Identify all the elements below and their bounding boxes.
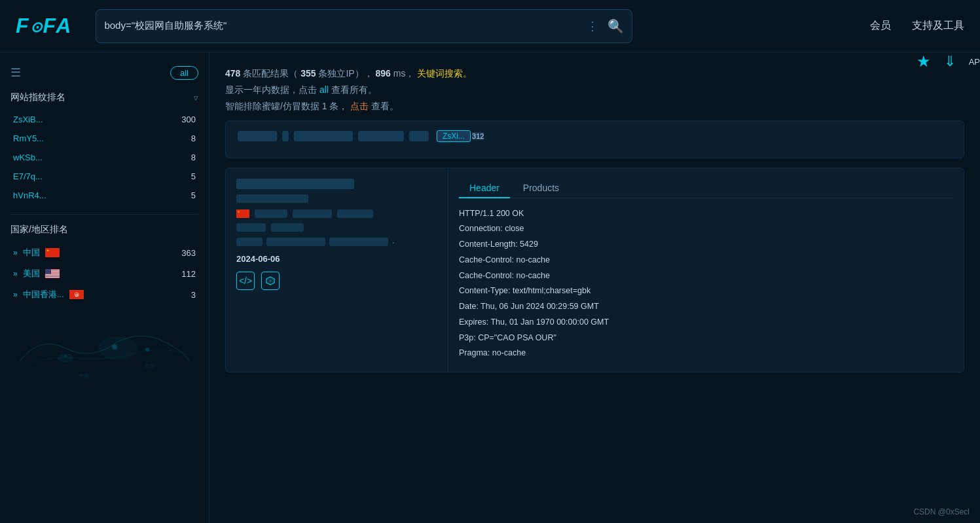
card2-line3: ·	[236, 237, 437, 247]
list-item[interactable]: RmY5... 8	[10, 129, 198, 148]
keyword-search-link[interactable]: 关键词搜索。	[417, 68, 472, 79]
member-link[interactable]: 会员	[870, 19, 891, 33]
download-icon[interactable]: ⇓	[944, 53, 956, 70]
tab-header: Header Products	[459, 179, 953, 198]
blurred-isp	[293, 209, 332, 218]
blurred-org	[337, 209, 373, 218]
list-item[interactable]: wKSb... 8	[10, 148, 198, 167]
expand-icon: »	[13, 269, 18, 278]
blurred-item1	[236, 238, 263, 246]
tab-header-btn[interactable]: Header	[459, 179, 510, 198]
card2-line2	[236, 223, 437, 232]
more-icon[interactable]: ⋮	[587, 19, 598, 33]
header-line-2: Connection: close	[459, 221, 953, 237]
header: F⊙FA ⋮ 🔍 会员 支持及工具	[0, 0, 980, 52]
dot-separator: ·	[392, 237, 395, 247]
list-item[interactable]: hVnR4... 5	[10, 186, 198, 205]
flag-hk-icon: ✿	[69, 290, 84, 299]
card2-location-row	[236, 209, 437, 218]
all-link[interactable]: all	[319, 84, 329, 95]
expand-icon: »	[13, 290, 18, 299]
svg-text:美国: 美国	[144, 363, 154, 369]
header-line-9: P3p: CP="CAO PSA OUR"	[459, 331, 953, 346]
world-map: 中国 美国	[13, 322, 196, 381]
logo: F⊙FA	[16, 14, 72, 38]
header-nav: 会员 支持及工具	[870, 19, 964, 33]
header-line-10: Pragma: no-cache	[459, 346, 953, 361]
code-view-button[interactable]: </>	[236, 272, 255, 290]
fingerprint-tag[interactable]: ZsXi...	[437, 130, 471, 142]
cube-icon	[266, 276, 275, 285]
result-date: 2024-06-06	[236, 254, 437, 264]
click-link[interactable]: 点击	[350, 101, 369, 111]
header-line-8: Expires: Thu, 01 Jan 1970 00:00:00 GMT	[459, 315, 953, 331]
blurred-sep	[282, 131, 289, 141]
header-line-6: Content-Type: text/html;charset=gbk	[459, 283, 953, 299]
card2-right: Header Products HTTP/1.1 200 OK Connecti…	[448, 168, 964, 372]
country-item-hk[interactable]: » 中国香港... ✿ 3	[10, 284, 198, 305]
country-item-usa[interactable]: » 美国 112	[10, 263, 198, 284]
api-label[interactable]: AP	[969, 57, 980, 67]
watermark: CSDN @0xSecl	[913, 507, 970, 516]
svg-rect-6	[45, 274, 60, 275]
flag-mini-cn-icon	[236, 209, 249, 218]
results-summary: 478 条匹配结果（ 355 条独立IP）， 896 ms， 关键词搜索。 显示…	[225, 65, 964, 115]
search-input[interactable]	[104, 20, 587, 31]
star-icon[interactable]: ★	[916, 52, 931, 71]
fingerprint-section-title: 网站指纹排名 ▿	[10, 92, 198, 103]
flag-cn-icon	[45, 248, 60, 257]
country-item-china[interactable]: » 中国 363	[10, 242, 198, 263]
result-card-2: · 2024-06-06 </>	[225, 168, 964, 373]
blurred-item2	[266, 238, 325, 246]
result-count: 478	[225, 68, 240, 79]
list-item[interactable]: ZsXiB... 300	[10, 110, 198, 129]
svg-point-16	[145, 348, 149, 352]
blurred-ip	[236, 194, 308, 203]
blurred-item3	[329, 238, 388, 246]
cube-view-button[interactable]	[261, 272, 280, 290]
fingerprint-filter-icon[interactable]: ▿	[194, 93, 198, 103]
map-area: 中国 美国	[10, 316, 198, 381]
header-content: HTTP/1.1 200 OK Connection: close Conten…	[459, 206, 953, 362]
card2-actions: </>	[236, 272, 437, 290]
svg-rect-20	[236, 209, 249, 218]
search-bar[interactable]: ⋮ 🔍	[96, 9, 632, 43]
blurred-extra	[409, 131, 429, 141]
result-card-1: ZsXi... 312	[225, 120, 964, 158]
tab-products-btn[interactable]: Products	[513, 179, 570, 198]
blurred-city	[255, 209, 287, 218]
list-item[interactable]: E7/7q... 5	[10, 167, 198, 186]
blurred-path	[358, 131, 404, 141]
svg-rect-8	[45, 277, 60, 278]
tag-container: ZsXi... 312	[437, 130, 484, 142]
header-line-4: Cache-Control: no-cache	[459, 253, 953, 268]
tools-link[interactable]: 支持及工具	[912, 19, 964, 33]
svg-rect-0	[45, 248, 60, 257]
card2-left: · 2024-06-06 </>	[226, 168, 448, 372]
svg-text:中国: 中国	[79, 373, 89, 379]
expand-icon: »	[13, 248, 18, 257]
svg-point-15	[112, 344, 117, 350]
fingerprint-list: ZsXiB... 300 RmY5... 8 wKSb... 8 E7/7q..…	[10, 110, 198, 205]
header-line-1: HTTP/1.1 200 OK	[459, 206, 953, 222]
time-ms: 896	[376, 68, 391, 79]
section-divider	[10, 214, 198, 215]
search-icons: ⋮ 🔍	[587, 18, 624, 34]
all-badge[interactable]: all	[170, 66, 198, 80]
svg-rect-9	[45, 269, 51, 274]
logo-text: F⊙FA	[16, 14, 72, 38]
blurred-domain	[294, 131, 353, 141]
search-icon[interactable]: 🔍	[608, 18, 624, 34]
content-area: ★ ⇓ AP 478 条匹配结果（ 355 条独立IP）， 896 ms， 关键…	[209, 52, 980, 523]
country-section-title: 国家/地区排名	[10, 224, 198, 236]
blurred-tag2	[271, 223, 304, 232]
svg-text:✿: ✿	[75, 293, 78, 297]
sidebar: ☰ all 网站指纹排名 ▿ ZsXiB... 300 RmY5... 8 wK…	[0, 52, 209, 523]
filter-lines-icon[interactable]: ☰	[10, 65, 21, 80]
result-card-top: ZsXi... 312	[238, 130, 952, 142]
blurred-tag1	[236, 223, 266, 232]
ip-count: 355	[300, 68, 316, 79]
header-line-5: Cache-Control: no-cache	[459, 268, 953, 284]
svg-rect-7	[45, 276, 60, 276]
header-line-3: Content-Length: 5429	[459, 237, 953, 253]
